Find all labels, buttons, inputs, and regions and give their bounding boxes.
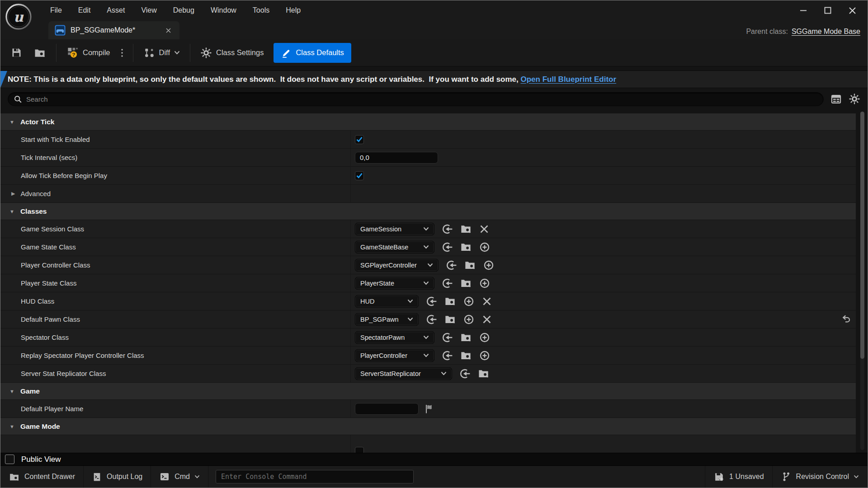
- browse-asset-button[interactable]: [28, 43, 52, 63]
- browse-to-asset-icon[interactable]: [464, 259, 476, 271]
- unsaved-button[interactable]: 1 Unsaved: [705, 466, 773, 488]
- create-new-asset-icon[interactable]: [479, 277, 491, 289]
- clear-reference-icon[interactable]: [479, 224, 490, 235]
- use-selected-asset-icon[interactable]: [425, 296, 437, 307]
- unreal-engine-logo-icon[interactable]: u: [5, 3, 32, 30]
- section-header-classes[interactable]: ▼Classes: [0, 203, 856, 220]
- content-drawer-button[interactable]: Content Drawer: [0, 466, 84, 488]
- scrollbar-thumb[interactable]: [860, 112, 864, 359]
- dropdown-value: BP_SGPawn: [360, 316, 403, 323]
- class-dropdown-hud-class[interactable]: HUD: [355, 295, 419, 308]
- console-command-input[interactable]: [216, 470, 414, 483]
- dropdown-value: SGPlayerController: [360, 262, 423, 269]
- browse-to-asset-icon[interactable]: [460, 277, 472, 289]
- collapse-arrow-icon[interactable]: ▼: [9, 389, 14, 394]
- browse-to-asset-icon[interactable]: [460, 241, 472, 253]
- tab-close-icon[interactable]: [164, 28, 173, 33]
- section-header-actor-tick[interactable]: ▼Actor Tick: [0, 113, 856, 131]
- checkbox-allow-tick-before-begin-play[interactable]: [355, 171, 364, 180]
- vertical-scrollbar[interactable]: [860, 112, 864, 450]
- public-view-checkbox[interactable]: [5, 455, 14, 464]
- use-selected-asset-icon[interactable]: [425, 314, 437, 325]
- property-matrix-icon[interactable]: [830, 93, 842, 105]
- parent-class-link[interactable]: SGGame Mode Base: [792, 28, 860, 35]
- textfield-tick-interval-secs[interactable]: [355, 152, 438, 164]
- browse-to-asset-icon[interactable]: [460, 223, 472, 235]
- collapse-arrow-icon[interactable]: ▼: [9, 424, 14, 429]
- create-new-asset-icon[interactable]: [479, 350, 491, 361]
- revision-control-button[interactable]: Revision Control: [773, 466, 868, 488]
- compile-options-icon[interactable]: [116, 43, 128, 63]
- diff-button[interactable]: Diff: [138, 43, 185, 63]
- use-selected-asset-icon[interactable]: [445, 259, 457, 271]
- class-settings-button[interactable]: Class Settings: [195, 43, 269, 63]
- menu-asset[interactable]: Asset: [100, 5, 131, 16]
- class-settings-label: Class Settings: [216, 48, 264, 57]
- use-selected-asset-icon[interactable]: [441, 277, 453, 289]
- class-dropdown-game-state-class[interactable]: GameStateBase: [355, 241, 434, 253]
- create-new-asset-icon[interactable]: [479, 241, 491, 253]
- save-button[interactable]: [5, 43, 28, 63]
- cmd-selector[interactable]: Cmd: [151, 466, 208, 488]
- class-dropdown-game-session-class[interactable]: GameSession: [355, 223, 434, 235]
- menu-view[interactable]: View: [135, 5, 163, 16]
- browse-to-asset-icon[interactable]: [460, 349, 472, 361]
- use-selected-asset-icon[interactable]: [441, 332, 453, 343]
- expand-arrow-icon[interactable]: ▶: [11, 191, 15, 197]
- flag-icon[interactable]: [424, 404, 435, 414]
- browse-to-asset-icon[interactable]: [477, 367, 490, 380]
- create-new-asset-icon[interactable]: [463, 314, 475, 325]
- property-label: Player State Class: [21, 279, 76, 287]
- reset-to-default-icon[interactable]: [840, 314, 851, 325]
- checkbox[interactable]: [355, 447, 364, 453]
- search-box[interactable]: [8, 92, 824, 106]
- data-only-note: NOTE: This is a data only blueprint, so …: [0, 70, 868, 88]
- maximize-icon[interactable]: [819, 3, 837, 18]
- class-dropdown-server-stat-replicator-class[interactable]: ServerStatReplicator: [355, 367, 452, 380]
- create-new-asset-icon[interactable]: [463, 296, 475, 307]
- use-selected-asset-icon[interactable]: [459, 368, 471, 380]
- class-dropdown-default-pawn-class[interactable]: BP_SGPawn: [355, 313, 419, 326]
- section-header-game-mode[interactable]: ▼Game Mode: [0, 418, 856, 435]
- property-label: Default Pawn Class: [21, 315, 80, 323]
- collapse-arrow-icon[interactable]: ▼: [9, 209, 14, 214]
- class-defaults-button[interactable]: Class Defaults: [274, 43, 351, 63]
- textfield-default-player-name[interactable]: [355, 403, 419, 415]
- create-new-asset-icon[interactable]: [479, 332, 491, 343]
- menu-tools[interactable]: Tools: [246, 5, 276, 16]
- property-label: Replay Spectator Player Controller Class: [21, 352, 144, 359]
- compile-button[interactable]: ? Compile: [61, 43, 116, 63]
- use-selected-asset-icon[interactable]: [441, 350, 453, 361]
- class-dropdown-spectator-class[interactable]: SpectatorPawn: [355, 331, 434, 344]
- section-header-game[interactable]: ▼Game: [0, 383, 856, 400]
- menu-debug[interactable]: Debug: [167, 5, 201, 16]
- browse-to-asset-icon[interactable]: [460, 331, 472, 343]
- browse-to-asset-icon[interactable]: [444, 295, 456, 307]
- create-new-asset-icon[interactable]: [483, 259, 495, 271]
- unsaved-label: 1 Unsaved: [729, 473, 764, 481]
- use-selected-asset-icon[interactable]: [441, 223, 453, 235]
- menu-file[interactable]: File: [44, 5, 68, 16]
- collapse-arrow-icon[interactable]: ▼: [9, 119, 14, 125]
- dropdown-value: GameSession: [360, 225, 419, 233]
- open-full-blueprint-editor-link[interactable]: Open Full Blueprint Editor: [521, 75, 617, 84]
- close-icon[interactable]: [843, 3, 861, 18]
- output-log-button[interactable]: Output Log: [84, 466, 151, 488]
- menu-edit[interactable]: Edit: [72, 5, 97, 16]
- menu-window[interactable]: Window: [204, 5, 243, 16]
- clear-reference-icon[interactable]: [481, 296, 492, 307]
- class-dropdown-replay-spectator-player-controller-class[interactable]: PlayerController: [355, 349, 434, 362]
- checkbox-start-with-tick-enabled[interactable]: [355, 135, 364, 144]
- toolbar-separator: [56, 44, 57, 62]
- class-dropdown-player-state-class[interactable]: PlayerState: [355, 277, 434, 290]
- clear-reference-icon[interactable]: [481, 314, 492, 325]
- browse-to-asset-icon[interactable]: [444, 313, 456, 325]
- tab-bp-sggamemode[interactable]: BP_SGGameMode*: [48, 21, 179, 39]
- chevron-down-icon: [427, 263, 433, 267]
- details-settings-gear-icon[interactable]: [849, 93, 860, 105]
- search-input[interactable]: [26, 95, 818, 103]
- class-dropdown-player-controller-class[interactable]: SGPlayerController: [355, 259, 439, 272]
- minimize-icon[interactable]: [794, 3, 812, 18]
- menu-help[interactable]: Help: [279, 5, 307, 16]
- use-selected-asset-icon[interactable]: [441, 241, 453, 253]
